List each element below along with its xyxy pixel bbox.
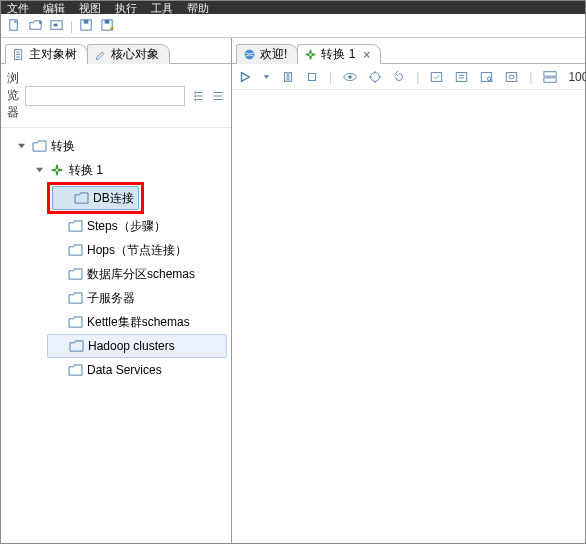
zoom-level[interactable]: 100%: [568, 70, 586, 84]
run-options-icon[interactable]: [262, 70, 271, 84]
svg-rect-6: [105, 20, 110, 24]
tab-core-objects[interactable]: 核心对象: [87, 44, 170, 64]
tree-item-db-connection[interactable]: DB连接: [52, 186, 139, 210]
svg-point-13: [348, 75, 352, 79]
menu-edit[interactable]: 编辑: [43, 3, 65, 14]
folder-icon: [73, 192, 89, 205]
run-icon[interactable]: [238, 70, 252, 84]
tree-item-db-label: DB连接: [93, 190, 134, 207]
tree-root-transformations[interactable]: 转换: [11, 134, 227, 158]
left-tabs: 主对象树 核心对象: [1, 38, 231, 64]
folder-icon: [67, 364, 83, 377]
toolbar-separator: |: [329, 70, 332, 84]
menu-file[interactable]: 文件: [7, 3, 29, 14]
svg-rect-19: [507, 72, 518, 81]
transformation-icon: [49, 163, 65, 177]
tab-welcome[interactable]: 欢迎!: [236, 44, 298, 64]
browser-label: 浏览器: [7, 70, 19, 121]
right-panel: 欢迎! 转换 1 × | | |: [232, 38, 586, 543]
browser-row: 浏览器: [1, 64, 231, 128]
search-input[interactable]: [25, 86, 185, 106]
explore-db-icon[interactable]: [504, 70, 519, 84]
menu-help[interactable]: 帮助: [187, 3, 209, 14]
replay-icon[interactable]: [392, 70, 406, 84]
menubar: 文件 编辑 视图 执行 工具 帮助: [1, 1, 585, 14]
object-tree: 转换 转换 1: [1, 128, 231, 543]
svg-point-18: [488, 77, 492, 81]
svg-rect-4: [84, 20, 89, 24]
debug-icon[interactable]: [368, 70, 382, 84]
pencil-icon: [94, 48, 107, 61]
verify-icon[interactable]: [429, 70, 444, 84]
folder-icon: [31, 140, 47, 153]
tree-item-steps-label: Steps（步骤）: [87, 218, 166, 235]
toolbar-separator: |: [416, 70, 419, 84]
folder-icon: [67, 316, 83, 329]
expand-all-icon[interactable]: [191, 89, 205, 103]
tree-item-dataservices-label: Data Services: [87, 363, 162, 377]
tab-trans1[interactable]: 转换 1 ×: [297, 44, 381, 64]
folder-icon: [67, 220, 83, 233]
collapse-icon[interactable]: [33, 166, 45, 175]
svg-rect-22: [544, 77, 556, 81]
toolbar-separator: |: [529, 70, 532, 84]
tree-item-cluster-label: Kettle集群schemas: [87, 314, 190, 331]
pause-icon[interactable]: [281, 70, 295, 84]
svg-rect-9: [285, 72, 288, 81]
show-results-icon[interactable]: [542, 70, 558, 84]
left-panel: 主对象树 核心对象 浏览器: [1, 38, 232, 543]
tab-core-objects-label: 核心对象: [111, 46, 159, 63]
tree-root-label: 转换: [51, 138, 75, 155]
folder-icon: [68, 340, 84, 353]
folder-icon: [67, 244, 83, 257]
preview-icon[interactable]: [342, 70, 358, 84]
impact-icon[interactable]: [454, 70, 469, 84]
new-file-icon[interactable]: [7, 18, 22, 33]
explore-icon[interactable]: [49, 18, 64, 33]
document-icon: [12, 48, 25, 61]
highlight-db-connection: DB连接: [47, 182, 144, 214]
menu-view[interactable]: 视图: [79, 3, 101, 14]
svg-rect-21: [544, 71, 556, 75]
tree-item-dataservices[interactable]: Data Services: [47, 358, 227, 382]
tree-item-partition-label: 数据库分区schemas: [87, 266, 195, 283]
open-file-icon[interactable]: [28, 18, 43, 33]
sql-icon[interactable]: [479, 70, 494, 84]
tab-main-tree[interactable]: 主对象树: [5, 44, 88, 64]
editor-toolbar: | | | 100%: [232, 64, 586, 90]
tree-item-trans1-label: 转换 1: [69, 162, 103, 179]
tab-main-tree-label: 主对象树: [29, 46, 77, 63]
tab-trans1-label: 转换 1: [321, 46, 355, 63]
app-toolbar: |: [1, 14, 585, 38]
svg-rect-16: [457, 72, 468, 81]
save-icon[interactable]: [79, 18, 94, 33]
svg-rect-10: [289, 72, 292, 81]
tree-item-partition[interactable]: 数据库分区schemas: [47, 262, 227, 286]
editor-canvas[interactable]: [232, 90, 586, 543]
svg-point-14: [371, 72, 380, 81]
menu-tools[interactable]: 工具: [151, 3, 173, 14]
editor-tabs: 欢迎! 转换 1 ×: [232, 38, 586, 64]
tree-item-trans1[interactable]: 转换 1: [29, 158, 227, 182]
save-as-icon[interactable]: [100, 18, 115, 33]
tree-item-hops-label: Hops（节点连接）: [87, 242, 187, 259]
menu-run[interactable]: 执行: [115, 3, 137, 14]
tree-item-hadoop-label: Hadoop clusters: [88, 339, 175, 353]
tree-item-slave[interactable]: 子服务器: [47, 286, 227, 310]
svg-rect-2: [54, 24, 58, 27]
tree-item-hadoop[interactable]: Hadoop clusters: [47, 334, 227, 358]
folder-icon: [67, 292, 83, 305]
collapse-all-icon[interactable]: [211, 89, 225, 103]
svg-rect-11: [309, 73, 316, 80]
collapse-icon[interactable]: [15, 142, 27, 151]
svg-rect-15: [432, 72, 443, 81]
tree-item-cluster[interactable]: Kettle集群schemas: [47, 310, 227, 334]
stop-icon[interactable]: [305, 70, 319, 84]
tree-item-steps[interactable]: Steps（步骤）: [47, 214, 227, 238]
tree-item-hops[interactable]: Hops（节点连接）: [47, 238, 227, 262]
transformation-icon: [304, 48, 317, 61]
folder-icon: [67, 268, 83, 281]
svg-point-20: [509, 75, 514, 79]
tree-item-slave-label: 子服务器: [87, 290, 135, 307]
close-icon[interactable]: ×: [363, 48, 370, 62]
